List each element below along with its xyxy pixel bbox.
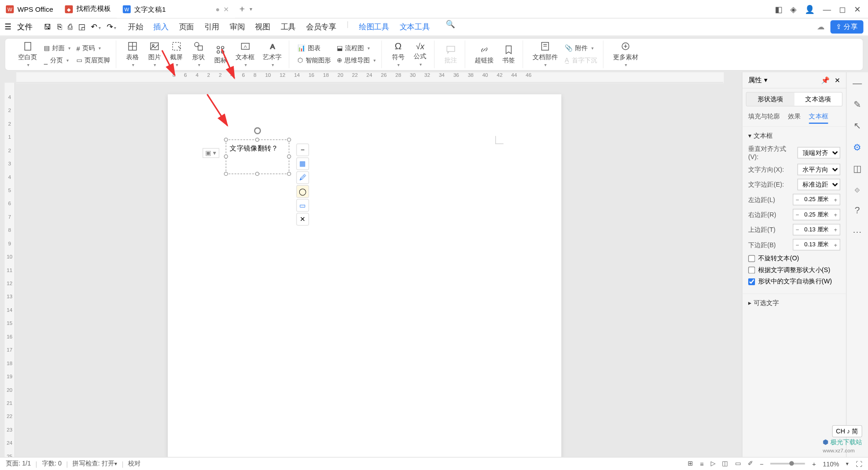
- horizontal-ruler[interactable]: 8642246810121416182022242628303234363840…: [16, 72, 723, 83]
- ruler-icon[interactable]: ⟐: [854, 184, 860, 195]
- spellcheck-status[interactable]: 拼写检查: 打开: [72, 459, 114, 468]
- chart-button[interactable]: 📊 图表: [295, 43, 333, 54]
- float-screen-icon[interactable]: ▭: [296, 199, 309, 212]
- cube-icon[interactable]: ◈: [790, 5, 797, 14]
- help-icon[interactable]: ?: [855, 205, 860, 216]
- select-icon[interactable]: ↖: [854, 120, 861, 131]
- tab-drawing-tools[interactable]: 绘图工具: [359, 19, 389, 34]
- edit-icon[interactable]: ✎: [854, 99, 861, 110]
- resize-handle[interactable]: [287, 138, 291, 142]
- tab-menu-icon[interactable]: ▾: [250, 6, 252, 12]
- tab-templates[interactable]: ◆ 找稻壳模板: [59, 0, 117, 18]
- resize-handle[interactable]: [287, 172, 291, 176]
- tab-start[interactable]: 开始: [128, 19, 143, 34]
- fullscreen-icon[interactable]: ⛶: [856, 460, 862, 467]
- resize-handle[interactable]: [255, 138, 259, 142]
- redo-icon[interactable]: ↷: [107, 23, 117, 31]
- view-normal-icon[interactable]: ⊞: [688, 460, 693, 468]
- cloud-icon[interactable]: ☁: [817, 23, 825, 31]
- float-link-icon[interactable]: 🖉: [296, 171, 309, 184]
- resize-handle[interactable]: [287, 155, 291, 159]
- pin-icon[interactable]: 📌: [821, 76, 830, 84]
- right-margin-spinner[interactable]: −0.25 厘米+: [793, 209, 840, 221]
- document-page[interactable]: 文字镜像翻转？ ▣ ▾ − ▦ 🖉 ◯ ▭ ✕: [168, 94, 561, 470]
- resize-handle[interactable]: [224, 138, 228, 142]
- maximize-icon[interactable]: ◻: [839, 5, 846, 14]
- picture-button[interactable]: 图片: [144, 40, 165, 69]
- minimize-icon[interactable]: —: [823, 5, 831, 14]
- zoom-level[interactable]: 110%: [823, 460, 839, 467]
- top-margin-spinner[interactable]: −0.13 厘米+: [793, 224, 840, 235]
- section-textbox-title[interactable]: ▾ 文本框: [748, 132, 840, 140]
- ime-indicator[interactable]: CH ♪ 简: [832, 425, 862, 437]
- subtab-fill[interactable]: 填充与轮廓: [748, 112, 780, 124]
- pagebreak-button[interactable]: ⎯ 分页: [42, 55, 73, 66]
- float-tools-icon[interactable]: ✕: [296, 213, 309, 226]
- eyedrop-icon[interactable]: ✐: [748, 460, 753, 468]
- tab-text-tools[interactable]: 文本工具: [400, 19, 430, 34]
- formula-button[interactable]: √x公式: [410, 41, 430, 68]
- valign-select[interactable]: 顶端对齐: [797, 146, 840, 158]
- view-print-icon[interactable]: ▭: [735, 460, 741, 468]
- close-icon[interactable]: ✕: [854, 5, 861, 14]
- print-icon[interactable]: ⎙: [68, 23, 72, 31]
- window-copy-icon[interactable]: ◧: [775, 5, 783, 14]
- tab-shape-options[interactable]: 形状选项: [746, 93, 794, 106]
- view-read-icon[interactable]: ▷: [711, 460, 715, 468]
- resize-handle[interactable]: [224, 172, 228, 176]
- tab-reference[interactable]: 引用: [204, 19, 219, 34]
- close-tab-icon[interactable]: ●: [216, 5, 220, 14]
- direction-select[interactable]: 水平方向: [797, 164, 840, 175]
- save-icon[interactable]: 🖫: [44, 23, 52, 31]
- section-alttext[interactable]: ▸ 可选文字: [748, 298, 840, 307]
- subtab-effect[interactable]: 效果: [788, 112, 801, 124]
- symbol-button[interactable]: Ω符号: [388, 40, 409, 69]
- menu-icon[interactable]: ☰: [5, 23, 11, 31]
- float-minus-icon[interactable]: −: [296, 143, 309, 156]
- tab-insert[interactable]: 插入: [153, 19, 168, 34]
- search-icon[interactable]: 🔍: [446, 19, 455, 34]
- undo-icon[interactable]: ↶: [91, 23, 101, 31]
- word-count[interactable]: 字数: 0: [42, 459, 62, 468]
- proofing-status[interactable]: 校对: [128, 459, 141, 468]
- vertical-ruler[interactable]: 4221234567891011121314151617181920212223…: [5, 83, 15, 457]
- preview-icon[interactable]: ◲: [78, 23, 85, 31]
- smartart-button[interactable]: ⬡ 智能图形: [295, 55, 333, 66]
- flowchart-button[interactable]: ⬓ 流程图: [335, 43, 378, 54]
- blank-page-button[interactable]: 空白页: [14, 40, 41, 69]
- docparts-button[interactable]: 文档部件: [529, 40, 561, 69]
- screenshot-button[interactable]: 截屏: [166, 40, 187, 69]
- tab-document[interactable]: W 文字文稿1 ● ✕: [117, 0, 235, 18]
- tab-review[interactable]: 审阅: [230, 19, 245, 34]
- tab-page[interactable]: 页面: [179, 19, 194, 34]
- rotate-handle-icon[interactable]: [254, 127, 261, 134]
- resize-handle[interactable]: [255, 172, 259, 176]
- layers-icon[interactable]: ◫: [853, 163, 862, 174]
- tab-tools[interactable]: 工具: [281, 19, 296, 34]
- close-tab-icon[interactable]: ✕: [223, 5, 229, 14]
- tab-wps-office[interactable]: W WPS Office: [0, 0, 59, 18]
- wordart-button[interactable]: A艺术字: [259, 40, 285, 69]
- view-web-icon[interactable]: ◫: [722, 460, 728, 468]
- icon-button[interactable]: 图标: [210, 43, 231, 66]
- file-menu[interactable]: 文件: [17, 22, 32, 32]
- norotate-checkbox[interactable]: [748, 255, 755, 262]
- layout-badge[interactable]: ▣ ▾: [203, 148, 219, 158]
- wraptext-checkbox[interactable]: [748, 278, 755, 285]
- user-avatar-icon[interactable]: 👤: [805, 5, 815, 14]
- settings-icon[interactable]: ⚙: [853, 142, 861, 153]
- textbox-button[interactable]: A文本框: [232, 40, 258, 69]
- more-materials-button[interactable]: 更多素材: [609, 40, 642, 69]
- zoom-out-icon[interactable]: −: [760, 460, 764, 467]
- bottom-margin-spinner[interactable]: −0.13 厘米+: [793, 239, 840, 251]
- mindmap-button[interactable]: ⊕ 思维导图: [335, 55, 378, 66]
- zoom-in-icon[interactable]: +: [812, 460, 816, 467]
- page-indicator[interactable]: 页面: 1/1: [6, 459, 31, 468]
- export-icon[interactable]: ⎘: [57, 23, 62, 31]
- headerfooter-button[interactable]: ▭ 页眉页脚: [74, 55, 112, 66]
- collapse-icon[interactable]: —: [853, 78, 862, 89]
- autofit-checkbox[interactable]: [748, 266, 755, 273]
- subtab-textbox[interactable]: 文本框: [809, 112, 828, 124]
- close-panel-icon[interactable]: ✕: [835, 76, 840, 84]
- margin-select[interactable]: 标准边距: [797, 179, 840, 191]
